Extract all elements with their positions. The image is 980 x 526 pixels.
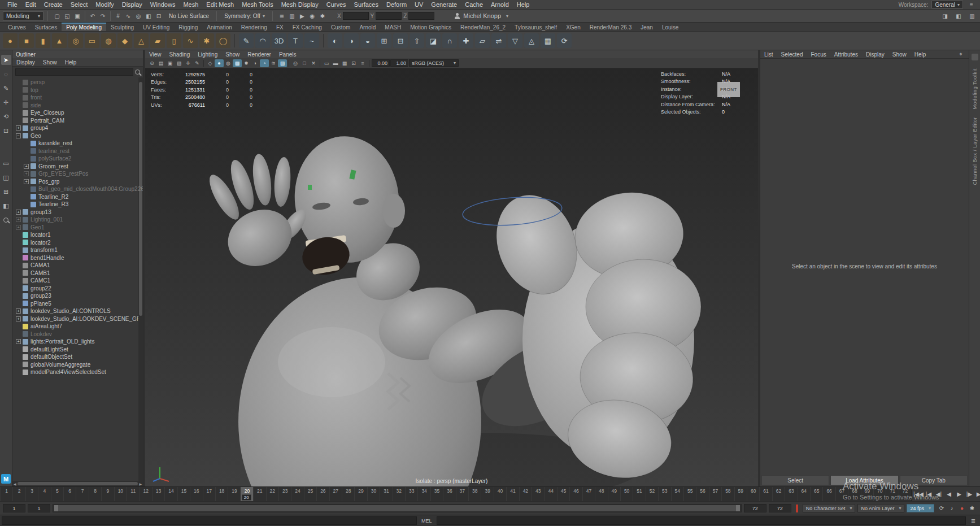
user-account-menu[interactable]: Michel Knopp ▾ bbox=[451, 11, 512, 21]
timeline-frame[interactable]: 33 bbox=[405, 487, 417, 501]
timeline-frame[interactable]: 28 bbox=[342, 487, 354, 501]
step-back-key-button[interactable]: ◀| bbox=[934, 489, 944, 499]
four-pane-layout[interactable]: ⊞ bbox=[1, 186, 11, 197]
timeline-frame[interactable]: 2020 bbox=[241, 487, 253, 501]
timeline-frame[interactable]: 49 bbox=[608, 487, 620, 501]
expand-toggle-icon[interactable]: + bbox=[24, 171, 29, 176]
poly-cylinder-icon[interactable]: ▮ bbox=[36, 33, 50, 48]
audio-icon[interactable]: ♪ bbox=[947, 503, 957, 514]
smooth-mesh-icon[interactable]: ◠ bbox=[255, 33, 270, 48]
outliner-item-lookdev[interactable]: Lookdev bbox=[12, 331, 143, 338]
poly-cone-icon[interactable]: ▲ bbox=[52, 33, 67, 48]
step-back-frame-button[interactable]: |◀ bbox=[924, 489, 934, 499]
multi-cut-icon[interactable]: ✚ bbox=[459, 33, 473, 48]
expand-toggle-icon[interactable]: + bbox=[16, 316, 21, 321]
viewport-menu-panels[interactable]: Panels bbox=[275, 51, 300, 58]
outliner-item-defaultobjectset[interactable]: defaultObjectSet bbox=[12, 353, 143, 361]
outliner-item-lookdev-studio-ai-lookdev-scene-grp[interactable]: +lookdev_Studio_AI:LOOKDEV_SCENE_GRP bbox=[12, 315, 143, 323]
timeline-frame[interactable]: 46 bbox=[569, 487, 582, 501]
timeline-frame[interactable]: 16 bbox=[190, 487, 202, 501]
menu-curves[interactable]: Curves bbox=[323, 1, 350, 8]
playback-end-field[interactable] bbox=[744, 504, 766, 512]
timeline-frame[interactable]: 58 bbox=[721, 487, 734, 501]
poly-cube-icon[interactable]: ■ bbox=[19, 33, 34, 48]
zoom-tool[interactable] bbox=[1, 215, 11, 225]
timeline-frame[interactable]: 63 bbox=[785, 487, 797, 501]
time-slider-track[interactable]: 1234567891011121314151617181920202122232… bbox=[0, 487, 911, 501]
poly-soccer-ball-icon[interactable]: ◯ bbox=[216, 33, 230, 48]
shelf-tab-custom[interactable]: Custom bbox=[326, 24, 355, 31]
timeline-frame[interactable]: 64 bbox=[798, 487, 810, 501]
outliner-item-tearline-rest[interactable]: tearline_rest bbox=[12, 147, 143, 155]
fps-dropdown[interactable]: 24 fps ▾ bbox=[907, 504, 934, 512]
shelf-tab-xgen[interactable]: XGen bbox=[561, 24, 585, 31]
shelf-tab-jean[interactable]: Jean bbox=[636, 24, 657, 31]
image-plane-icon[interactable]: ▧ bbox=[175, 59, 184, 67]
heads-up-display-icon[interactable]: ≡ bbox=[358, 59, 367, 67]
timeline-frame[interactable]: 8 bbox=[89, 487, 101, 501]
outliner-item-lookdev-studio-ai-controls[interactable]: +lookdev_Studio_AI:CONTROLS bbox=[12, 307, 143, 315]
command-language-toggle[interactable]: MEL bbox=[419, 518, 434, 524]
timeline-frame[interactable]: 59 bbox=[734, 487, 747, 501]
new-scene-icon[interactable]: ▢ bbox=[52, 11, 62, 21]
ae-menu-display[interactable]: Display bbox=[862, 51, 888, 58]
open-render-view-icon[interactable]: ▥ bbox=[287, 11, 297, 21]
wireframe-on-shaded-icon[interactable]: ◍ bbox=[224, 59, 233, 67]
timeline-frame[interactable]: 55 bbox=[683, 487, 696, 501]
viewport-menu-lighting[interactable]: Lighting bbox=[194, 51, 221, 58]
timeline-frame[interactable]: 70 bbox=[873, 487, 886, 501]
menu-generate[interactable]: Generate bbox=[427, 1, 461, 8]
outliner-item-camc1[interactable]: CAMC1 bbox=[12, 277, 143, 285]
range-slider-handle[interactable] bbox=[54, 505, 740, 511]
ae-menu-help[interactable]: Help bbox=[911, 51, 930, 58]
menu-create[interactable]: Create bbox=[40, 1, 67, 8]
outliner-item-tearline-r3[interactable]: Tearline_R3 bbox=[12, 201, 143, 208]
timeline-frame[interactable]: 12 bbox=[139, 487, 151, 501]
snap-to-view-plane-icon[interactable]: ⊡ bbox=[154, 11, 164, 21]
range-slider-bar[interactable] bbox=[53, 504, 742, 512]
timeline-frame[interactable]: 37 bbox=[456, 487, 468, 501]
anti-aliasing-icon[interactable]: ▨ bbox=[278, 59, 287, 67]
poly-plane-icon[interactable]: ▭ bbox=[85, 33, 99, 48]
timeline-frame[interactable]: 47 bbox=[582, 487, 595, 501]
boolean-intersection-icon[interactable]: ◒ bbox=[360, 33, 375, 48]
expand-toggle-icon[interactable]: + bbox=[16, 308, 21, 314]
poly-pipe-icon[interactable]: ▯ bbox=[167, 33, 181, 48]
timeline-frame[interactable]: 48 bbox=[595, 487, 607, 501]
bridge-icon[interactable]: ∩ bbox=[442, 33, 457, 48]
poly-helix-icon[interactable]: ∿ bbox=[183, 33, 198, 48]
viewport-menu-view[interactable]: View bbox=[145, 51, 165, 58]
shelf-tab-surfaces[interactable]: Surfaces bbox=[31, 24, 62, 31]
timeline-frame[interactable]: 41 bbox=[506, 487, 519, 501]
outliner-item-locator1[interactable]: locator1 bbox=[12, 231, 143, 239]
timeline-frame[interactable]: 19 bbox=[228, 487, 240, 501]
timeline-frame[interactable]: 3 bbox=[25, 487, 38, 501]
outliner-item-group13[interactable]: +group13 bbox=[12, 208, 143, 216]
camera-attributes-icon[interactable]: ▤ bbox=[156, 59, 165, 67]
menu-arnold[interactable]: Arnold bbox=[487, 1, 513, 8]
spin-edge-icon[interactable]: ⟳ bbox=[557, 33, 572, 48]
command-input-field[interactable] bbox=[437, 516, 966, 525]
playback-start-field[interactable] bbox=[28, 504, 50, 512]
menu-mesh-display[interactable]: Mesh Display bbox=[277, 1, 323, 8]
outliner-item-group4[interactable]: +group4 bbox=[12, 124, 143, 132]
outliner-item-lighting-001[interactable]: +Lighting_001 bbox=[12, 216, 143, 224]
anim-layer-dropdown[interactable]: No Anim Layer ▾ bbox=[857, 504, 904, 512]
timeline-frame[interactable]: 29 bbox=[354, 487, 367, 501]
3d-type-icon[interactable]: 3D bbox=[272, 33, 286, 48]
screen-space-ao-icon[interactable]: ◔ bbox=[260, 59, 269, 67]
construction-history-icon[interactable]: ≣ bbox=[277, 11, 287, 21]
timeline-frame[interactable]: 2 bbox=[12, 487, 25, 501]
expand-toggle-icon[interactable]: + bbox=[16, 339, 21, 344]
sculpt-tool-icon[interactable]: ✎ bbox=[239, 33, 254, 48]
outliner-item-grp-eyes-restpos[interactable]: +Grp_EYES_restPos bbox=[12, 170, 143, 178]
separate-icon[interactable]: ⊟ bbox=[393, 33, 408, 48]
poly-platonic-solid-icon[interactable]: ◆ bbox=[117, 33, 132, 48]
timeline-frame[interactable]: 57 bbox=[709, 487, 721, 501]
scroll-right-icon[interactable]: ▶ bbox=[139, 482, 142, 486]
timeline-frame[interactable]: 51 bbox=[633, 487, 645, 501]
ae-menu-focus[interactable]: Focus bbox=[807, 51, 830, 58]
exposure-field[interactable] bbox=[372, 59, 390, 67]
lock-camera-icon[interactable]: ⊙ bbox=[147, 59, 156, 67]
shelf-tab-animation[interactable]: Animation bbox=[202, 24, 236, 31]
